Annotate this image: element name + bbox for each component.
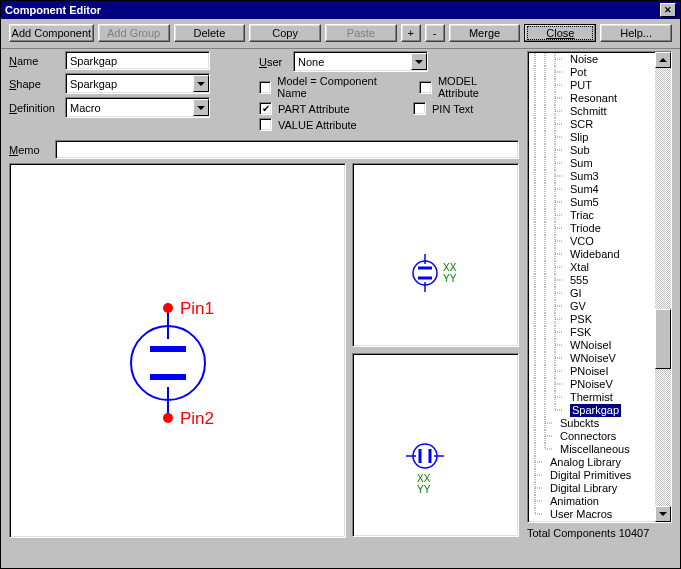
tree-item[interactable]: User Macros: [530, 508, 655, 521]
plus-button[interactable]: +: [401, 24, 421, 42]
pin2-label: Pin2: [180, 409, 214, 428]
tree-item[interactable]: WNoiseI: [530, 339, 655, 352]
status-total: Total Components 10407: [527, 527, 672, 539]
tree-item[interactable]: Xtal: [530, 261, 655, 274]
svg-text:XX: XX: [417, 473, 431, 484]
checkbox-icon: ✔: [259, 102, 272, 115]
component-tree[interactable]: NoisePotPUTResonantSchmittSCRSlipSubSumS…: [527, 51, 672, 523]
window-title: Component Editor: [5, 4, 101, 16]
tree-item[interactable]: Wideband: [530, 248, 655, 261]
tree-item[interactable]: PNoiseV: [530, 378, 655, 391]
definition-label: Definition: [9, 102, 59, 114]
tree-item[interactable]: Animation: [530, 495, 655, 508]
tree-item[interactable]: Schmitt: [530, 105, 655, 118]
checkbox-icon: [259, 81, 271, 94]
tree-item[interactable]: PUT: [530, 79, 655, 92]
tree-item[interactable]: Sum3: [530, 170, 655, 183]
component-preview-small-2: XX YY: [352, 353, 519, 537]
paste-button[interactable]: Paste: [325, 24, 397, 42]
svg-text:YY: YY: [417, 484, 431, 495]
svg-point-5: [163, 303, 173, 313]
pin-text-checkbox[interactable]: PIN Text: [413, 102, 519, 115]
tree-item[interactable]: Digital Library: [530, 482, 655, 495]
shape-combo[interactable]: Sparkgap: [65, 73, 210, 94]
scrollbar[interactable]: [655, 52, 671, 522]
shape-label: Shape: [9, 78, 59, 90]
user-label: User: [259, 56, 287, 68]
tree-item[interactable]: VCO: [530, 235, 655, 248]
tree-item[interactable]: Digital Primitives: [530, 469, 655, 482]
merge-button[interactable]: Merge: [449, 24, 521, 42]
tree-item[interactable]: Resonant: [530, 92, 655, 105]
minus-button[interactable]: -: [425, 24, 445, 42]
checkbox-icon: [419, 81, 432, 94]
tree-item[interactable]: Miscellaneous: [530, 443, 655, 456]
scroll-thumb[interactable]: [655, 309, 671, 369]
copy-button[interactable]: Copy: [249, 24, 321, 42]
model-attribute-checkbox[interactable]: MODEL Attribute: [419, 75, 519, 99]
model-component-checkbox[interactable]: Model = Component Name: [259, 75, 401, 99]
tree-item[interactable]: Noise: [530, 53, 655, 66]
tree-item[interactable]: Analog Library: [530, 456, 655, 469]
tree-item[interactable]: Sparkgap: [530, 404, 655, 417]
add-group-button[interactable]: Add Group: [98, 24, 170, 42]
tree-item[interactable]: FSK: [530, 326, 655, 339]
close-button[interactable]: Close: [524, 24, 596, 42]
checkbox-icon: [413, 102, 426, 115]
scroll-up-button[interactable]: [655, 52, 671, 68]
tree-item[interactable]: 555: [530, 274, 655, 287]
toolbar: Add Component Add Group Delete Copy Past…: [1, 19, 680, 49]
tree-item[interactable]: Triac: [530, 209, 655, 222]
scroll-down-button[interactable]: [655, 506, 671, 522]
svg-point-6: [163, 413, 173, 423]
name-input[interactable]: [65, 51, 210, 70]
memo-label: Memo: [9, 144, 51, 156]
name-label: Name: [9, 55, 59, 67]
svg-point-14: [413, 444, 437, 468]
svg-point-7: [413, 261, 437, 285]
tree-item[interactable]: PNoiseI: [530, 365, 655, 378]
chevron-down-icon[interactable]: [411, 53, 427, 70]
tree-item[interactable]: Subckts: [530, 417, 655, 430]
component-preview-large: Pin1 Pin2: [9, 163, 346, 538]
tree-item[interactable]: Connectors: [530, 430, 655, 443]
tree-item[interactable]: WNoiseV: [530, 352, 655, 365]
definition-combo[interactable]: Macro: [65, 97, 210, 118]
memo-input[interactable]: [55, 140, 519, 159]
checkbox-icon: [259, 118, 272, 131]
user-combo[interactable]: None: [293, 51, 428, 72]
component-preview-small-1: XX YY: [352, 163, 519, 347]
component-editor-window: Component Editor ✕ Add Component Add Gro…: [0, 0, 681, 569]
title-bar: Component Editor ✕: [1, 1, 680, 19]
delete-button[interactable]: Delete: [174, 24, 246, 42]
tree-item[interactable]: GI: [530, 287, 655, 300]
tree-item[interactable]: Sum4: [530, 183, 655, 196]
help-button[interactable]: Help...: [600, 24, 672, 42]
content-area: Name Shape Sparkgap Definition: [1, 49, 680, 568]
chevron-down-icon[interactable]: [193, 75, 209, 92]
chevron-down-icon[interactable]: [193, 99, 209, 116]
svg-text:YY: YY: [443, 273, 457, 284]
tree-item[interactable]: Slip: [530, 131, 655, 144]
tree-item[interactable]: Pot: [530, 66, 655, 79]
value-attribute-checkbox[interactable]: VALUE Attribute: [259, 118, 357, 131]
part-attribute-checkbox[interactable]: ✔ PART Attribute: [259, 102, 350, 115]
svg-text:XX: XX: [443, 262, 457, 273]
tree-item[interactable]: SCR: [530, 118, 655, 131]
tree-item[interactable]: Thermist: [530, 391, 655, 404]
close-icon[interactable]: ✕: [660, 3, 676, 17]
tree-item[interactable]: PSK: [530, 313, 655, 326]
add-component-button[interactable]: Add Component: [9, 24, 94, 42]
tree-item[interactable]: Sum: [530, 157, 655, 170]
tree-item[interactable]: Sum5: [530, 196, 655, 209]
tree-item[interactable]: Sub: [530, 144, 655, 157]
scroll-track[interactable]: [655, 68, 671, 506]
tree-item[interactable]: GV: [530, 300, 655, 313]
tree-item[interactable]: Triode: [530, 222, 655, 235]
pin1-label: Pin1: [180, 299, 214, 318]
